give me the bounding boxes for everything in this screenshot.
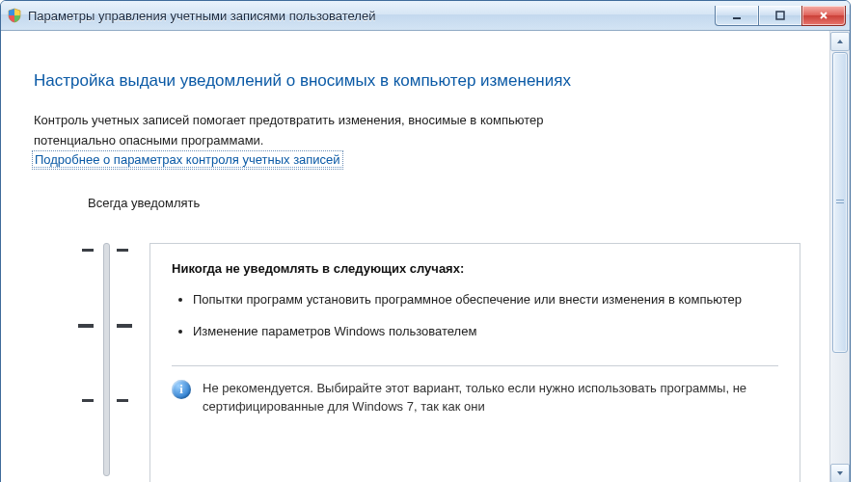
intro-text-line1: Контроль учетных записей помогает предот… (34, 112, 800, 130)
slider-tick-icon (78, 324, 94, 328)
description-title: Никогда не уведомлять в следующих случая… (172, 261, 778, 276)
title-bar[interactable]: Параметры управления учетными записями п… (1, 1, 850, 31)
slider-tick-icon (82, 399, 94, 402)
recommendation-row: i Не рекомендуется. Выбирайте этот вариа… (172, 365, 778, 416)
slider-tick-icon (117, 249, 128, 252)
description-list: Попытки программ установить программное … (172, 291, 778, 341)
intro-text-line2: потенциально опасными программами. (34, 132, 800, 150)
content: Настройка выдачи уведомлений о вносимых … (1, 31, 829, 482)
description-panel: Никогда не уведомлять в следующих случая… (149, 243, 800, 482)
close-button[interactable] (801, 6, 846, 26)
recommendation-text: Не рекомендуется. Выбирайте этот вариант… (203, 380, 778, 416)
slider-block: Никогда не уведомлять в следующих случая… (34, 243, 800, 482)
page-heading: Настройка выдачи уведомлений о вносимых … (34, 71, 800, 91)
svg-rect-0 (733, 17, 741, 19)
info-icon: i (172, 380, 191, 399)
notification-slider[interactable] (34, 243, 140, 247)
slider-track (103, 243, 110, 476)
slider-tick-icon (82, 249, 94, 252)
slider-top-label: Всегда уведомлять (88, 196, 800, 210)
scroll-up-button[interactable] (830, 32, 850, 51)
shield-icon (7, 8, 22, 23)
maximize-button[interactable] (759, 6, 801, 26)
scroll-thumb[interactable] (832, 52, 848, 353)
description-bullet: Изменение параметров Windows пользовател… (193, 323, 778, 341)
slider-tick-icon (117, 399, 128, 402)
vertical-scrollbar[interactable] (829, 31, 850, 482)
client-area: Настройка выдачи уведомлений о вносимых … (1, 31, 850, 482)
help-link[interactable]: Подробнее о параметрах контроля учетных … (34, 152, 341, 168)
scroll-track[interactable] (830, 52, 850, 463)
window-title: Параметры управления учетными записями п… (28, 9, 715, 23)
scroll-down-button[interactable] (830, 464, 850, 482)
description-bullet: Попытки программ установить программное … (193, 291, 778, 309)
minimize-button[interactable] (715, 6, 759, 26)
slider-tick-icon (117, 324, 132, 328)
uac-settings-window: Параметры управления учетными записями п… (0, 0, 851, 482)
window-controls (715, 6, 846, 26)
svg-rect-1 (776, 12, 784, 19)
